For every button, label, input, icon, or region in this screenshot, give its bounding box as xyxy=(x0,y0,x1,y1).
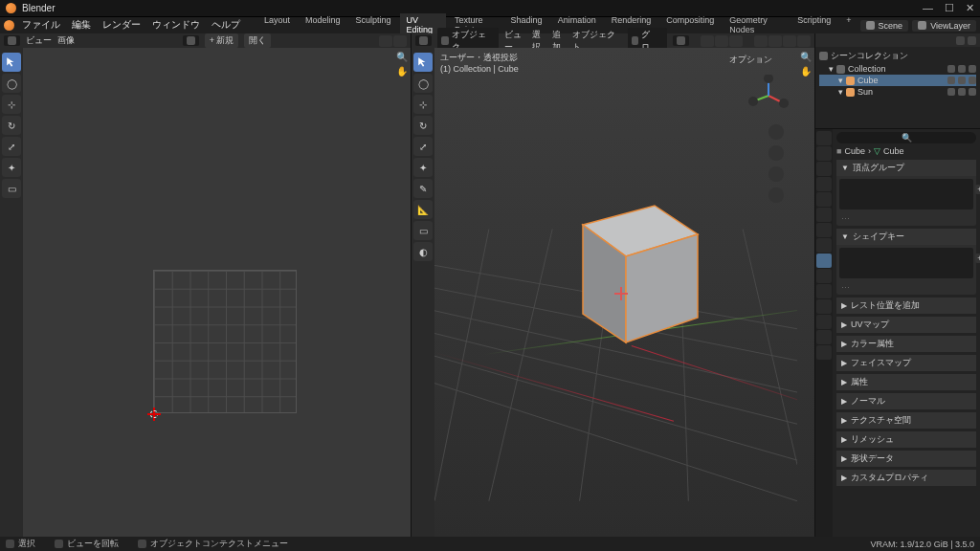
properties-tab[interactable] xyxy=(816,284,832,298)
minimize-button[interactable]: — xyxy=(923,2,933,14)
persp-nav-button[interactable] xyxy=(768,187,784,203)
tool[interactable]: ↻ xyxy=(413,116,433,135)
panel-header[interactable]: ▶形状データ xyxy=(836,451,976,467)
menu-レンダー[interactable]: レンダー xyxy=(97,17,146,33)
properties-tab[interactable] xyxy=(816,131,832,145)
properties-tab[interactable] xyxy=(816,162,832,176)
panel-header[interactable]: ▶リメッシュ xyxy=(836,431,976,448)
svg-point-18 xyxy=(748,97,758,106)
panel-header[interactable]: ▶レスト位置を追加 xyxy=(836,298,976,314)
image-icon xyxy=(187,36,195,45)
properties-tab[interactable] xyxy=(816,330,832,344)
panel-header[interactable]: ▶UVマップ xyxy=(836,317,976,333)
tool[interactable]: ✎ xyxy=(413,179,433,198)
image-slot[interactable] xyxy=(183,35,199,46)
outliner-root[interactable]: シーンコレクション xyxy=(819,49,976,63)
overlay-toggles[interactable] xyxy=(701,35,743,47)
3d-canvas[interactable]: ユーザー・透視投影 (1) Collection | Cube オプション xyxy=(434,48,797,537)
tool[interactable]: ◐ xyxy=(413,242,433,261)
tool[interactable]: ⤢ xyxy=(2,137,21,156)
pan-icon[interactable]: ✋ xyxy=(800,66,812,77)
camera-nav-button[interactable] xyxy=(768,166,784,182)
zoom-nav-button[interactable] xyxy=(768,124,784,140)
svg-line-4 xyxy=(434,356,797,460)
tool[interactable]: ✦ xyxy=(413,158,433,177)
panel-header[interactable]: ▶フェイスマップ xyxy=(836,355,976,371)
cube-object[interactable] xyxy=(549,172,722,354)
filter-icon[interactable] xyxy=(956,36,965,45)
viewport-toolbar: ◯ ⊹ ↻ ⤢ ✦ ✎ 📐 ▭ ◐ xyxy=(412,48,434,537)
properties-tab[interactable] xyxy=(816,253,832,268)
properties-tab[interactable] xyxy=(816,238,832,253)
open-image-button[interactable]: 開く xyxy=(244,33,271,48)
properties-tab[interactable] xyxy=(816,146,832,161)
properties-tab[interactable] xyxy=(816,299,832,314)
menu-編集[interactable]: 編集 xyxy=(66,17,97,33)
tool[interactable]: ✦ xyxy=(2,158,21,177)
scene-selector[interactable]: Scene xyxy=(860,20,909,32)
zoom-icon[interactable]: 🔍 xyxy=(800,52,812,62)
editor-type-selector[interactable] xyxy=(415,35,432,46)
properties-tab[interactable] xyxy=(816,223,832,237)
menu-ヘルプ[interactable]: ヘルプ xyxy=(206,17,246,33)
uv-canvas[interactable] xyxy=(23,48,393,537)
zoom-icon[interactable]: 🔍 xyxy=(396,52,408,62)
tool[interactable]: ⤢ xyxy=(413,137,433,156)
pan-icon[interactable]: ✋ xyxy=(396,66,408,77)
uv-toolbar: ◯ ⊹ ↻ ⤢ ✦ ▭ xyxy=(0,48,23,537)
shading-modes[interactable] xyxy=(754,35,811,47)
tool[interactable]: ◯ xyxy=(2,74,21,93)
mouse-icon xyxy=(138,540,146,548)
editor-type-selector[interactable] xyxy=(4,35,20,46)
snap-selector[interactable] xyxy=(673,35,689,46)
uv-menu-view[interactable]: ビュー xyxy=(26,34,52,47)
scene-icon xyxy=(866,21,875,30)
tool[interactable]: ↻ xyxy=(2,116,21,135)
menu-ファイル[interactable]: ファイル xyxy=(16,17,66,33)
properties-tab[interactable] xyxy=(816,192,832,207)
tool[interactable]: ⊹ xyxy=(2,95,21,114)
uv-display-channels[interactable] xyxy=(379,35,407,47)
tool[interactable]: ◯ xyxy=(413,74,433,93)
panel-header[interactable]: ▶ノーマル xyxy=(836,393,976,409)
properties-tab[interactable] xyxy=(816,315,832,329)
maximize-button[interactable]: ☐ xyxy=(945,2,954,14)
window-title: Blender xyxy=(22,3,55,13)
tool[interactable]: ▭ xyxy=(2,179,21,198)
viewlayer-selector[interactable]: ViewLayer xyxy=(912,20,976,32)
options-popover[interactable]: オプション xyxy=(729,54,772,66)
tool[interactable]: 📐 xyxy=(413,200,433,219)
pan-nav-button[interactable] xyxy=(768,145,784,161)
2d-cursor-icon xyxy=(147,408,161,421)
outliner-item[interactable]: ▾Sun xyxy=(819,86,976,98)
properties-tab[interactable] xyxy=(816,345,832,360)
object-mode-icon xyxy=(441,36,449,45)
3d-cursor-icon xyxy=(614,287,628,300)
cursor-tool[interactable] xyxy=(413,53,433,72)
properties-panel: ▼頂点グループ+⋯ xyxy=(836,160,976,226)
properties-tab[interactable] xyxy=(816,208,832,222)
panel-header[interactable]: ▼頂点グループ xyxy=(836,160,976,176)
filter-icon[interactable] xyxy=(968,36,976,45)
panel-header[interactable]: ▶カスタムプロパティ xyxy=(836,470,976,486)
new-image-button[interactable]: + 新規 xyxy=(205,33,239,48)
outliner-item[interactable]: ▾Cube xyxy=(819,75,976,86)
tool[interactable]: ▭ xyxy=(413,221,433,240)
close-button[interactable]: ✕ xyxy=(966,2,974,14)
properties-search[interactable]: 🔍 xyxy=(836,132,976,143)
x-axis xyxy=(434,352,674,422)
uv-menu-image[interactable]: 画像 xyxy=(57,34,75,47)
mouse-icon xyxy=(55,540,63,548)
viewport-header: オブジェク… ビュー 選択 追加 オブジェクト グロ… xyxy=(412,33,814,48)
properties-tab[interactable] xyxy=(816,269,832,283)
outliner-item[interactable]: ▾Collection xyxy=(819,63,976,75)
panel-header[interactable]: ▶テクスチャ空間 xyxy=(836,412,976,429)
panel-header[interactable]: ▶カラー属性 xyxy=(836,336,976,352)
panel-header[interactable]: ▶属性 xyxy=(836,374,976,390)
nav-gizmo[interactable] xyxy=(747,75,790,117)
tool[interactable]: ⊹ xyxy=(413,95,433,114)
menu-ウィンドウ[interactable]: ウィンドウ xyxy=(146,17,206,33)
panel-header[interactable]: ▼シェイプキー xyxy=(836,229,976,245)
properties-tab[interactable] xyxy=(816,177,832,191)
cursor-tool[interactable] xyxy=(2,53,21,72)
